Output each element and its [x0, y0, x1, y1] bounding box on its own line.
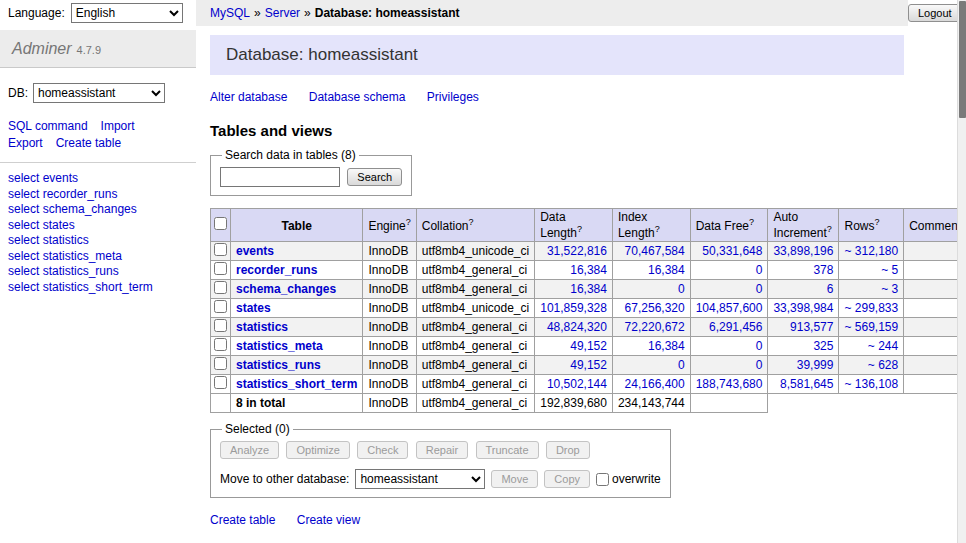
data-length-link[interactable]: 16,384	[570, 282, 607, 296]
index-length-link[interactable]: 72,220,672	[625, 320, 685, 334]
rows-count-link[interactable]: ~ 299,833	[844, 301, 898, 315]
rows-count-link[interactable]: ~ 136,108	[844, 377, 898, 391]
index-length-link[interactable]: 16,384	[648, 263, 685, 277]
check-button[interactable]: Check	[357, 441, 408, 459]
data-free-link[interactable]: 188,743,680	[696, 377, 763, 391]
rows-count-link[interactable]: ~ 3	[881, 282, 898, 296]
rows-count-link[interactable]: ~ 244	[868, 339, 898, 353]
data-free-link[interactable]: 50,331,648	[702, 244, 762, 258]
help-icon[interactable]: ?	[468, 217, 473, 227]
data-length-link[interactable]: 31,522,816	[547, 244, 607, 258]
database-schema-link[interactable]: Database schema	[309, 90, 406, 104]
db-select[interactable]: homeassistant	[33, 83, 165, 103]
sidebar-item-select-statistics-runs[interactable]: select statistics_runs	[8, 264, 188, 280]
row-checkbox[interactable]	[214, 338, 227, 351]
table-name-link[interactable]: statistics	[236, 320, 288, 334]
help-icon[interactable]: ?	[577, 224, 582, 234]
rows-count-link[interactable]: ~ 5	[881, 263, 898, 277]
sidebar-link-import[interactable]: Import	[101, 119, 135, 133]
alter-database-link[interactable]: Alter database	[210, 90, 287, 104]
data-length-link[interactable]: 48,824,320	[547, 320, 607, 334]
data-length-link[interactable]: 49,152	[570, 358, 607, 372]
overwrite-label[interactable]: overwrite	[596, 472, 661, 486]
auto-increment-link[interactable]: 8,581,645	[780, 377, 833, 391]
privileges-link[interactable]: Privileges	[427, 90, 479, 104]
sidebar-item-select-recorder-runs[interactable]: select recorder_runs	[8, 187, 188, 203]
auto-increment-link[interactable]: 325	[813, 339, 833, 353]
help-icon[interactable]: ?	[827, 224, 832, 234]
table-name-link[interactable]: statistics_runs	[236, 358, 321, 372]
data-free-link[interactable]: 0	[756, 358, 763, 372]
sidebar-item-select-states[interactable]: select states	[8, 218, 188, 234]
repair-button[interactable]: Repair	[416, 441, 468, 459]
overwrite-checkbox[interactable]	[596, 473, 609, 486]
sidebar-link-sql-command[interactable]: SQL command	[8, 119, 88, 133]
drop-button[interactable]: Drop	[546, 441, 590, 459]
sidebar-link-create-table[interactable]: Create table	[56, 136, 121, 150]
sidebar-link-export[interactable]: Export	[8, 136, 43, 150]
index-length-link[interactable]: 24,166,400	[625, 377, 685, 391]
index-length-link[interactable]: 67,256,320	[625, 301, 685, 315]
help-icon[interactable]: ?	[655, 224, 660, 234]
rows-count-link[interactable]: ~ 628	[868, 358, 898, 372]
auto-increment-link[interactable]: 378	[813, 263, 833, 277]
row-checkbox[interactable]	[214, 300, 227, 313]
breadcrumb-link-mysql[interactable]: MySQL	[210, 6, 250, 20]
sidebar-item-select-statistics-short-term[interactable]: select statistics_short_term	[8, 280, 188, 296]
data-free-link[interactable]: 104,857,600	[696, 301, 763, 315]
table-name-link[interactable]: statistics_meta	[236, 339, 323, 353]
auto-increment-link[interactable]: 33,898,196	[773, 244, 833, 258]
index-length-link[interactable]: 0	[678, 358, 685, 372]
data-length-link[interactable]: 10,502,144	[547, 377, 607, 391]
data-free-link[interactable]: 0	[756, 263, 763, 277]
table-name-link[interactable]: statistics_short_term	[236, 377, 357, 391]
create-view-link[interactable]: Create view	[297, 513, 360, 527]
language-select[interactable]: English	[71, 3, 183, 23]
sidebar-item-select-schema-changes[interactable]: select schema_changes	[8, 202, 188, 218]
rows-count-link[interactable]: ~ 569,159	[844, 320, 898, 334]
optimize-button[interactable]: Optimize	[286, 441, 349, 459]
help-icon[interactable]: ?	[406, 217, 411, 227]
data-length-link[interactable]: 49,152	[570, 339, 607, 353]
select-all-checkbox[interactable]	[214, 217, 227, 230]
auto-increment-link[interactable]: 913,577	[790, 320, 833, 334]
data-length-link[interactable]: 16,384	[570, 263, 607, 277]
data-free-link[interactable]: 0	[756, 339, 763, 353]
search-button[interactable]: Search	[347, 168, 402, 186]
table-name-link[interactable]: states	[236, 301, 271, 315]
help-icon[interactable]: ?	[749, 217, 754, 227]
vertical-scrollbar[interactable]	[957, 0, 966, 543]
move-database-select[interactable]: homeassistant	[355, 469, 485, 489]
row-checkbox[interactable]	[214, 376, 227, 389]
index-length-link[interactable]: 70,467,584	[625, 244, 685, 258]
scrollbar-thumb[interactable]	[959, 1, 966, 118]
logout-button[interactable]: Logout	[908, 4, 962, 22]
data-free-link[interactable]: 0	[756, 282, 763, 296]
truncate-button[interactable]: Truncate	[476, 441, 539, 459]
sidebar-item-select-events[interactable]: select events	[8, 171, 188, 187]
rows-count-link[interactable]: ~ 312,180	[844, 244, 898, 258]
search-input[interactable]	[220, 167, 340, 187]
sidebar-item-select-statistics-meta[interactable]: select statistics_meta	[8, 249, 188, 265]
move-button[interactable]: Move	[491, 470, 538, 488]
breadcrumb-link-server[interactable]: Server	[265, 6, 300, 20]
auto-increment-link[interactable]: 39,999	[797, 358, 834, 372]
row-checkbox[interactable]	[214, 243, 227, 256]
row-checkbox[interactable]	[214, 357, 227, 370]
table-name-link[interactable]: schema_changes	[236, 282, 336, 296]
sidebar-item-select-statistics[interactable]: select statistics	[8, 233, 188, 249]
row-checkbox[interactable]	[214, 319, 227, 332]
row-checkbox[interactable]	[214, 262, 227, 275]
auto-increment-link[interactable]: 33,398,984	[773, 301, 833, 315]
auto-increment-link[interactable]: 6	[827, 282, 834, 296]
help-icon[interactable]: ?	[874, 217, 879, 227]
analyze-button[interactable]: Analyze	[220, 441, 279, 459]
create-table-link[interactable]: Create table	[210, 513, 275, 527]
index-length-link[interactable]: 16,384	[648, 339, 685, 353]
table-name-link[interactable]: recorder_runs	[236, 263, 317, 277]
index-length-link[interactable]: 0	[678, 282, 685, 296]
data-length-link[interactable]: 101,859,328	[540, 301, 607, 315]
data-free-link[interactable]: 6,291,456	[709, 320, 762, 334]
row-checkbox[interactable]	[214, 281, 227, 294]
table-name-link[interactable]: events	[236, 244, 274, 258]
